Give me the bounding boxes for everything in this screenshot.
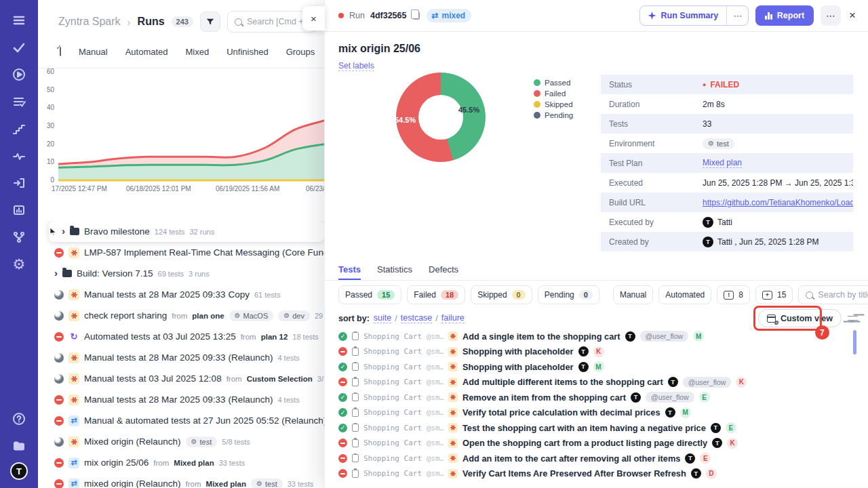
test-row[interactable]: ✓Shopping Cart @sm…Remove an item from t… xyxy=(325,390,868,405)
milestones-icon[interactable] xyxy=(8,118,30,140)
test-cases-icon[interactable] xyxy=(8,37,30,58)
run-row[interactable]: Mixed origin (Relaunch)⚙test5/8 tests xyxy=(38,431,324,452)
run-plan-name[interactable]: Mixed plan xyxy=(206,480,246,488)
run-label: Run xyxy=(349,11,365,20)
manual-run-icon xyxy=(68,310,79,321)
build-url-link[interactable]: https://github.com/TetianaKhomenko/Load-… xyxy=(703,198,853,207)
test-row[interactable]: Shopping Cart @sm…Verify Cart Items Are … xyxy=(325,466,868,482)
tab-statistics[interactable]: Statistics xyxy=(377,264,412,280)
starburst-icon xyxy=(450,382,456,383)
test-row[interactable]: ✓Shopping Cart @sm…Test the shopping car… xyxy=(325,420,868,436)
details-row: Created byTTatti , Jun 25, 2025 1:28 PM xyxy=(601,232,853,251)
more-actions-button[interactable]: ⋯ xyxy=(821,5,841,26)
run-row[interactable]: Manual tests at 28 Mar 2025 09:33 Copy61… xyxy=(38,284,324,305)
breadcrumb-project[interactable]: Zyntra Spark xyxy=(58,16,121,28)
test-row[interactable]: Shopping Cart @sm…Open the shopping cart… xyxy=(325,436,868,451)
tab-mixed[interactable]: Mixed xyxy=(186,47,210,57)
details-row: ExecutedJun 25, 2025 1:28 PM → Jun 25, 2… xyxy=(601,173,853,192)
run-row[interactable]: ⇄mixed origin (Relaunch)fromMixed plan⚙t… xyxy=(38,473,324,488)
test-row[interactable]: Shopping Cart @sm…Shopping with placehol… xyxy=(325,344,868,360)
run-plan-name[interactable]: plan one xyxy=(192,312,224,320)
reports-icon[interactable] xyxy=(8,199,30,221)
tab-automated[interactable]: Automated xyxy=(125,47,168,57)
run-row[interactable]: Manual tests at 28 Mar 2025 09:33 (Relau… xyxy=(38,347,324,368)
run-status-failed-icon xyxy=(54,416,64,426)
filter-passed[interactable]: Passed 15 xyxy=(338,285,401,304)
run-row[interactable]: ↻Automated tests at 03 Jul 2025 13:25fro… xyxy=(38,326,324,347)
sort-failure-link[interactable]: failure xyxy=(441,313,465,323)
test-row[interactable]: ✓Shopping Cart @sm…Shopping with placeho… xyxy=(325,359,868,375)
details-row: Tests33 xyxy=(601,114,853,134)
test-row[interactable]: Shopping Cart @sm…Add multiple different… xyxy=(325,375,868,390)
custom-view-button[interactable]: Custom view xyxy=(758,309,842,327)
import-icon[interactable] xyxy=(8,172,30,194)
run-row[interactable]: ⇄mix origin 25/06fromMixed plan33 tests xyxy=(38,452,324,473)
run-status-aborted-icon xyxy=(54,290,64,300)
filter-manual[interactable]: Manual xyxy=(613,285,653,304)
tab-groups[interactable]: Groups xyxy=(286,47,315,57)
test-plans-icon[interactable] xyxy=(8,91,30,113)
filter-attachments[interactable]: + 15 xyxy=(755,285,793,304)
run-group-row[interactable]: ›Bravo milestone124 tests32 runs xyxy=(49,221,324,242)
run-plan-name[interactable]: Custom Selection xyxy=(247,375,313,383)
tab-defects[interactable]: Defects xyxy=(429,264,458,280)
legend-item[interactable]: Passed xyxy=(534,79,573,87)
expand-chevron-icon[interactable]: › xyxy=(62,225,65,237)
test-row[interactable]: ✓Shopping Cart @sm…Verify total price ca… xyxy=(325,405,868,421)
menu-icon[interactable] xyxy=(8,9,30,31)
runs-search-input[interactable] xyxy=(247,17,310,26)
suite-tag: @sm… xyxy=(427,347,443,356)
test-row[interactable]: ✓Shopping Cart @sm…Add a single item to … xyxy=(325,329,868,344)
legend-item[interactable]: Skipped xyxy=(534,100,573,108)
report-button[interactable]: Report xyxy=(755,5,814,26)
tab-tests[interactable]: Tests xyxy=(338,264,361,280)
filter-pending[interactable]: Pending 0 xyxy=(538,285,599,304)
runs-icon[interactable] xyxy=(8,64,30,85)
tests-search-input[interactable] xyxy=(818,290,868,300)
user-avatar[interactable]: T xyxy=(10,462,28,480)
defects-icon[interactable] xyxy=(8,145,30,167)
runs-filter-tabs: Manual Automated Mixed Unfinished Groups… xyxy=(38,39,324,65)
filter-button[interactable] xyxy=(200,12,220,32)
run-group-row[interactable]: ›Build: Version 7.1569 tests3 runs xyxy=(38,263,324,284)
sort-testcase-link[interactable]: testcase xyxy=(401,313,433,323)
run-row[interactable]: Manual tests at 03 Jul 2025 12:08fromCus… xyxy=(38,368,324,389)
run-row[interactable]: check report sharingfromplan one⚙MacOS⚙d… xyxy=(38,305,324,326)
filter-comments[interactable]: ! 8 xyxy=(717,285,750,304)
filter-failed[interactable]: Failed 18 xyxy=(407,285,465,304)
settings-gear-icon[interactable]: ⚙ xyxy=(8,253,30,275)
run-row[interactable]: ⇄Manual & automated tests at 27 Jun 2025… xyxy=(38,410,324,431)
drawer-collapse-button[interactable]: × xyxy=(302,6,325,30)
copy-icon[interactable] xyxy=(413,12,420,20)
select-all-icon[interactable] xyxy=(60,47,61,56)
tab-unfinished[interactable]: Unfinished xyxy=(226,47,268,57)
sort-suite-link[interactable]: suite xyxy=(374,313,391,323)
run-row[interactable]: LMP-587 Implement Real-Time Chat Messagi… xyxy=(38,242,324,263)
run-from-label: from xyxy=(241,333,256,341)
test-plan-link[interactable]: Mixed plan xyxy=(703,158,742,168)
legend-item[interactable]: Pending xyxy=(534,111,573,119)
tests-search[interactable] xyxy=(798,285,868,304)
environment-chip: ⚙test xyxy=(703,138,734,149)
run-plan-name[interactable]: plan 12 xyxy=(261,333,288,341)
run-summary-button[interactable]: Run Summary ⋯ xyxy=(639,5,749,26)
legend-item[interactable]: Failed xyxy=(534,89,573,98)
filter-automated[interactable]: Automated xyxy=(658,285,711,304)
test-suite: Shopping Cart @sm… xyxy=(363,393,443,402)
run-plan-name[interactable]: Mixed plan xyxy=(174,459,214,467)
tab-manual[interactable]: Manual xyxy=(79,47,108,57)
filter-skipped[interactable]: Skipped 0 xyxy=(471,285,532,304)
sliders-icon[interactable] xyxy=(848,314,858,323)
help-icon[interactable] xyxy=(8,408,30,430)
status-text: FAILED xyxy=(710,80,739,89)
expand-chevron-icon[interactable]: › xyxy=(54,267,58,279)
scrollbar-thumb[interactable] xyxy=(853,330,856,354)
run-row[interactable]: Manual tests at 28 Mar 2025 09:33 (Relau… xyxy=(38,389,324,410)
workflows-icon[interactable] xyxy=(8,226,30,248)
run-summary-more-button[interactable]: ⋯ xyxy=(726,6,748,25)
close-drawer-button[interactable]: × xyxy=(848,9,857,22)
test-row[interactable]: Shopping Cart @sm…Add an item to the car… xyxy=(325,451,868,466)
documents-icon[interactable] xyxy=(8,435,30,457)
run-summary-main[interactable]: Run Summary xyxy=(640,11,727,20)
test-suite: Shopping Cart @sm… xyxy=(363,378,443,386)
